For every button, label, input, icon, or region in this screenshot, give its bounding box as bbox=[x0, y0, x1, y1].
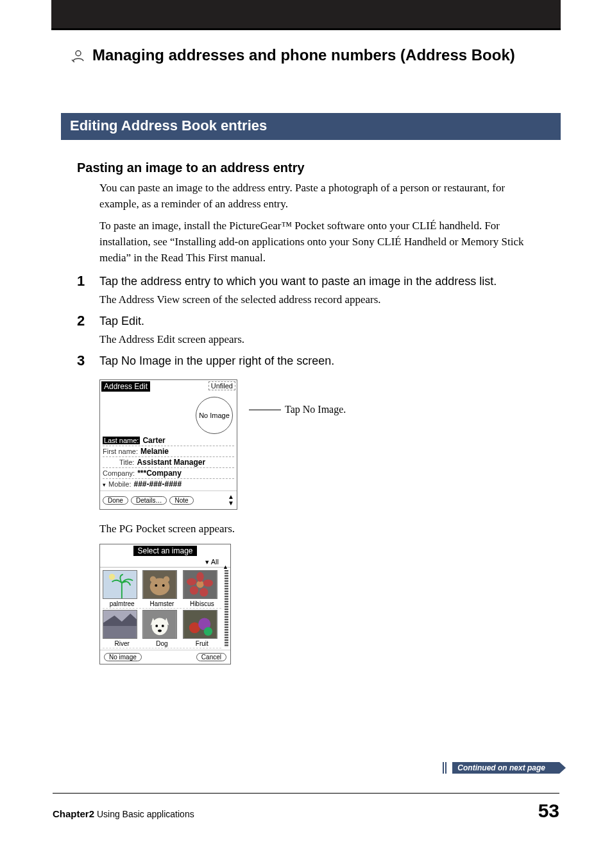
note-button[interactable]: Note bbox=[169, 496, 193, 505]
svg-point-14 bbox=[189, 586, 198, 595]
svg-point-11 bbox=[196, 572, 203, 582]
top-black-bar bbox=[51, 0, 561, 28]
thumb-label: Dog bbox=[142, 640, 181, 648]
step-subtext: The Address View screen of the selected … bbox=[99, 292, 545, 308]
callout: Tap No Image. bbox=[249, 404, 346, 415]
first-name-label: First name: bbox=[103, 447, 138, 455]
thumb-label: Fruit bbox=[183, 640, 221, 648]
svg-point-15 bbox=[187, 578, 196, 585]
first-name-value[interactable]: Melanie bbox=[140, 447, 169, 456]
screen-title: Address Edit bbox=[101, 381, 150, 392]
details-button[interactable]: Details… bbox=[131, 496, 167, 505]
last-name-label: Last name: bbox=[103, 437, 140, 444]
step-title: Tap the address entry to which you want … bbox=[99, 273, 545, 290]
svg-point-12 bbox=[203, 579, 212, 586]
svg-point-7 bbox=[155, 584, 158, 587]
step-title: Tap Edit. bbox=[99, 313, 545, 329]
last-name-value[interactable]: Carter bbox=[142, 436, 165, 445]
thumbnail-river[interactable] bbox=[103, 610, 137, 639]
page-number: 53 bbox=[538, 800, 559, 822]
svg-point-0 bbox=[76, 51, 81, 56]
section-title: Editing Address Book entries bbox=[70, 117, 267, 134]
thumbnail-hamster[interactable] bbox=[142, 570, 177, 599]
callout-text: Tap No Image. bbox=[285, 404, 346, 415]
step-2: 2 Tap Edit. The Address Edit screen appe… bbox=[77, 313, 545, 348]
thumb-label: Hibiscus bbox=[183, 600, 221, 609]
thumbnail-palmtree[interactable] bbox=[103, 570, 137, 599]
step-subtext: The Address Edit screen appears. bbox=[99, 332, 545, 348]
top-rule bbox=[51, 28, 561, 30]
svg-point-6 bbox=[164, 576, 170, 582]
svg-point-13 bbox=[200, 587, 208, 596]
continued-indicator: Continued on next page bbox=[443, 762, 559, 774]
cancel-button[interactable]: Cancel bbox=[196, 653, 226, 661]
svg-rect-17 bbox=[103, 626, 137, 638]
continued-text: Continued on next page bbox=[452, 762, 559, 774]
mobile-label: Mobile: bbox=[108, 480, 131, 488]
footer-chapter: Chapter2 bbox=[53, 808, 94, 819]
svg-point-22 bbox=[158, 629, 162, 632]
continued-bars-icon bbox=[443, 762, 447, 774]
company-value[interactable]: ***Company bbox=[137, 469, 182, 478]
step-number: 1 bbox=[77, 273, 99, 289]
scrollbar[interactable] bbox=[225, 570, 228, 647]
thumb-label: River bbox=[103, 640, 141, 648]
svg-point-8 bbox=[162, 584, 165, 587]
chevron-down-icon[interactable]: ▾ bbox=[103, 482, 106, 488]
step-1: 1 Tap the address entry to which you wan… bbox=[77, 273, 545, 308]
subheading: Pasting an image to an address entry bbox=[77, 161, 545, 175]
no-image-placeholder[interactable]: No Image bbox=[196, 397, 233, 434]
address-book-icon bbox=[71, 48, 86, 62]
svg-point-26 bbox=[203, 627, 212, 635]
chapter-title: Managing addresses and phone numbers (Ad… bbox=[92, 46, 515, 64]
select-image-title: Select an image bbox=[133, 546, 196, 556]
intro-paragraph-1: You can paste an image to the address en… bbox=[99, 180, 545, 212]
intro-paragraph-2: To paste an image, install the PictureGe… bbox=[99, 218, 545, 266]
svg-point-2 bbox=[109, 573, 115, 580]
category-selector[interactable]: Unfiled bbox=[208, 381, 235, 390]
step-number: 3 bbox=[77, 353, 99, 369]
thumb-label: palmtree bbox=[103, 600, 141, 609]
scroll-arrows-icon[interactable]: ▲▼ bbox=[228, 494, 234, 507]
thumbnail-fruit[interactable] bbox=[183, 610, 217, 639]
thumbnail-dog[interactable] bbox=[142, 610, 177, 639]
section-title-bar: Editing Address Book entries bbox=[61, 113, 561, 140]
svg-rect-1 bbox=[103, 571, 137, 598]
after-screen-text: The PG Pocket screen appears. bbox=[99, 521, 545, 537]
page-footer: Chapter2 Using Basic applications 53 bbox=[53, 793, 559, 822]
svg-point-21 bbox=[162, 625, 164, 627]
done-button[interactable]: Done bbox=[103, 496, 128, 505]
callout-leader-line bbox=[249, 410, 281, 410]
select-image-filter[interactable]: ▾ All bbox=[100, 557, 230, 568]
select-image-screenshot: Select an image ▾ All palmtree Hamster H… bbox=[99, 544, 231, 664]
step-title: Tap No Image in the upper right of the s… bbox=[99, 353, 545, 369]
mobile-value[interactable]: ###-###-#### bbox=[133, 480, 182, 489]
step-number: 2 bbox=[77, 313, 99, 329]
step-3: 3 Tap No Image in the upper right of the… bbox=[77, 353, 545, 372]
title-value[interactable]: Assistant Manager bbox=[137, 458, 205, 467]
thumbnail-hibiscus[interactable] bbox=[183, 570, 217, 599]
address-edit-screenshot: Address Edit Unfiled No Image Last name:… bbox=[99, 379, 237, 510]
title-label: Title: bbox=[119, 458, 134, 466]
company-label: Company: bbox=[103, 469, 135, 477]
thumb-label: Hamster bbox=[142, 600, 181, 609]
svg-point-5 bbox=[150, 576, 157, 582]
chapter-heading: Managing addresses and phone numbers (Ad… bbox=[71, 46, 561, 64]
svg-point-20 bbox=[156, 625, 158, 627]
no-image-button[interactable]: No image bbox=[104, 653, 142, 661]
footer-chapter-name: Using Basic applications bbox=[94, 809, 194, 819]
